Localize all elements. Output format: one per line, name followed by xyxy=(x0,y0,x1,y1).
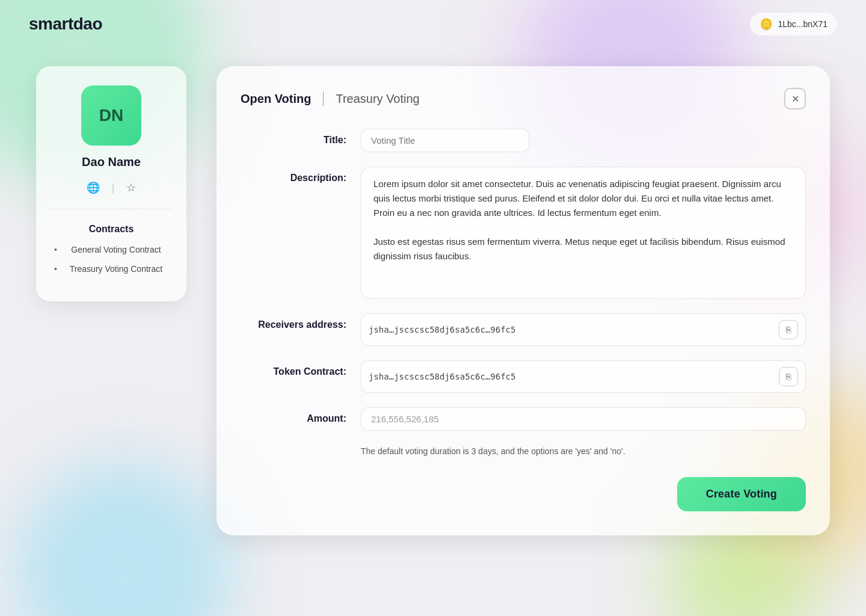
create-voting-button[interactable]: Create Voting xyxy=(677,477,806,511)
contracts-title: Contracts xyxy=(51,224,172,235)
receivers-address-field: jsha…jscscsc58dj6sa5c6c…96fc5 ⎘ xyxy=(361,313,806,346)
receivers-address-text: jsha…jscscsc58dj6sa5c6c…96fc5 xyxy=(369,325,774,334)
main-modal: Open Voting Treasury Voting ✕ Title: Des… xyxy=(216,66,830,535)
globe-icon[interactable]: 🌐 xyxy=(84,179,102,197)
close-button[interactable]: ✕ xyxy=(784,88,806,109)
tabs-nav: Open Voting Treasury Voting xyxy=(241,90,420,108)
token-contract-copy-button[interactable]: ⎘ xyxy=(779,367,798,386)
token-contract-row: Token Contract: jsha…jscscsc58dj6sa5c6c…… xyxy=(241,360,806,393)
amount-label: Amount: xyxy=(241,407,361,424)
header: smartdao 🪙 1Lbc...bnX71 xyxy=(0,0,866,48)
list-item[interactable]: Treasury Voting Contract xyxy=(51,263,172,276)
title-label: Title: xyxy=(241,129,361,146)
tabs-header: Open Voting Treasury Voting ✕ xyxy=(241,88,806,109)
token-contract-field: jsha…jscscsc58dj6sa5c6c…96fc5 ⎘ xyxy=(361,360,806,393)
amount-row: Amount: xyxy=(241,407,806,431)
receivers-row: Receivers address: jsha…jscscsc58dj6sa5c… xyxy=(241,313,806,346)
dao-name: Dao Name xyxy=(51,155,172,169)
dao-avatar: DN xyxy=(81,85,141,146)
tab-treasury-voting[interactable]: Treasury Voting xyxy=(336,90,419,108)
left-card: DN Dao Name 🌐 | ☆ Contracts General Voti… xyxy=(36,66,186,301)
wallet-icon: 🪙 xyxy=(760,17,773,31)
amount-input[interactable] xyxy=(361,407,806,431)
title-row: Title: xyxy=(241,129,806,152)
icon-divider: | xyxy=(112,182,115,194)
tab-divider xyxy=(323,91,324,106)
receivers-label: Receivers address: xyxy=(241,313,361,330)
star-icon[interactable]: ☆ xyxy=(124,179,138,197)
token-contract-text: jsha…jscscsc58dj6sa5c6c…96fc5 xyxy=(369,372,774,381)
create-button-wrap: Create Voting xyxy=(241,477,806,511)
title-input[interactable] xyxy=(361,129,529,152)
list-item[interactable]: General Voting Contract xyxy=(51,244,172,256)
description-label: Description: xyxy=(241,167,361,183)
description-row: Description: Lorem ipsum dolor sit amet … xyxy=(241,167,806,299)
bg-blob-cyan xyxy=(18,466,229,616)
dao-icons-row: 🌐 | ☆ xyxy=(51,179,172,209)
description-textarea[interactable]: Lorem ipsum dolor sit amet consectetur. … xyxy=(361,167,806,299)
app-logo: smartdao xyxy=(29,14,102,34)
contracts-list: General Voting Contract Treasury Voting … xyxy=(51,244,172,275)
receivers-copy-button[interactable]: ⎘ xyxy=(779,320,798,339)
wallet-badge[interactable]: 🪙 1Lbc...bnX71 xyxy=(750,13,837,35)
token-contract-label: Token Contract: xyxy=(241,360,361,377)
wallet-address: 1Lbc...bnX71 xyxy=(778,19,828,29)
default-note: The default voting duration is 3 days, a… xyxy=(241,445,806,458)
tab-open-voting[interactable]: Open Voting xyxy=(241,90,311,108)
